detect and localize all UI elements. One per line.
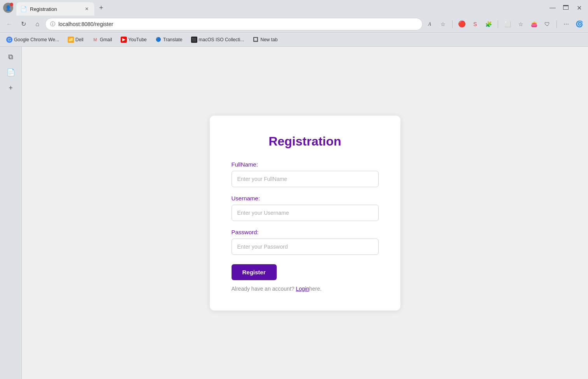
tabs-row: 📄 Registration ✕ +	[16, 0, 547, 16]
info-icon: ⓘ	[50, 21, 55, 28]
extensions-icon[interactable]: 🔴	[456, 19, 467, 30]
toolbar-divider-3	[556, 20, 557, 28]
puzzle-icon[interactable]: 🧩	[483, 19, 494, 30]
macos-icon: ⬛	[191, 37, 197, 43]
sidebar-add-button[interactable]: +	[4, 81, 18, 95]
favorites-collections-icon[interactable]: ☆	[515, 19, 526, 30]
translate-icon: 🔵	[155, 37, 161, 43]
address-bar-container: ⓘ	[45, 18, 423, 30]
bookmark-label: Gmail	[100, 37, 112, 42]
maximize-button[interactable]: 🗖	[560, 4, 572, 12]
toolbar-right: 𝐴 ☆ 🔴 S 🧩 ⬜ ☆ 👛 🛡 ⋯ 🌀	[424, 19, 585, 30]
new-tab-button[interactable]: +	[96, 2, 107, 13]
username-input[interactable]	[232, 205, 379, 221]
fullname-input[interactable]	[232, 171, 379, 187]
password-group: Password:	[232, 229, 379, 255]
menu-button[interactable]: ⋯	[561, 19, 572, 30]
notification-dot	[10, 3, 13, 6]
bookmark-youtube[interactable]: ▶ YouTube	[118, 35, 150, 44]
bookmark-label: YouTube	[128, 37, 147, 42]
title-bar: 👤 📄 Registration ✕ + — 🗖 ✕	[0, 0, 588, 16]
fullname-label: FullName:	[232, 161, 379, 168]
register-button[interactable]: Register	[232, 264, 277, 280]
new-tab-icon: 🔲	[253, 37, 259, 43]
login-suffix: here.	[309, 286, 322, 292]
sidebar: ⧉ 📄 +	[0, 47, 22, 379]
profile-avatar[interactable]: 👤	[3, 3, 13, 13]
back-button[interactable]: ←	[3, 18, 16, 30]
sidebar-tabs-button[interactable]: ⧉	[4, 50, 18, 64]
main-content: Registration FullName: Username: Passwor…	[22, 47, 588, 379]
split-screen-icon[interactable]: ⬜	[502, 19, 513, 30]
favorites-icon[interactable]: ☆	[437, 19, 448, 30]
youtube-icon: ▶	[121, 37, 127, 43]
fullname-group: FullName:	[232, 161, 379, 187]
bookmark-label: Google Chrome We...	[14, 37, 59, 42]
tab-doc-icon: 📄	[20, 6, 27, 12]
registration-title: Registration	[232, 134, 379, 149]
bookmark-label: macOS ISO Collecti...	[199, 37, 244, 42]
login-link[interactable]: Login	[296, 286, 309, 292]
refresh-button[interactable]: ↻	[17, 18, 30, 30]
shield-icon[interactable]: 🛡	[542, 19, 553, 30]
bookmark-google-chrome[interactable]: G Google Chrome We...	[3, 35, 62, 44]
registration-card: Registration FullName: Username: Passwor…	[210, 116, 400, 311]
window-controls: — 🗖 ✕	[547, 4, 585, 12]
username-label: Username:	[232, 195, 379, 202]
gmail-icon: M	[92, 37, 98, 43]
bookmark-dell[interactable]: 📁 Dell	[65, 35, 87, 44]
address-input[interactable]	[58, 21, 418, 27]
password-input[interactable]	[232, 239, 379, 255]
close-button[interactable]: ✕	[573, 4, 585, 12]
sidebar-document-button[interactable]: 📄	[4, 65, 18, 79]
edge-icon[interactable]: 🌀	[574, 19, 585, 30]
toolbar-divider-1	[452, 20, 453, 28]
dell-icon: 📁	[68, 37, 74, 43]
bookmark-label: Translate	[163, 37, 183, 42]
password-label: Password:	[232, 229, 379, 235]
toolbar-divider-2	[498, 20, 498, 28]
browser-window: 👤 📄 Registration ✕ + — 🗖 ✕ ← ↻ ⌂ ⓘ 𝐴 ☆	[0, 0, 588, 379]
browser-body: ⧉ 📄 + Registration FullName: Username: P…	[0, 47, 588, 379]
reader-mode-icon[interactable]: 𝐴	[424, 19, 435, 30]
bookmark-label: Dell	[75, 37, 84, 42]
bookmark-new-tab[interactable]: 🔲 New tab	[249, 35, 281, 44]
bookmarks-bar: G Google Chrome We... 📁 Dell M Gmail ▶ Y…	[0, 33, 588, 47]
bookmark-gmail[interactable]: M Gmail	[89, 35, 115, 44]
grammarly-icon[interactable]: S	[470, 19, 481, 30]
tab-title: Registration	[30, 6, 57, 12]
bookmark-translate[interactable]: 🔵 Translate	[152, 35, 186, 44]
toolbar: ← ↻ ⌂ ⓘ 𝐴 ☆ 🔴 S 🧩 ⬜ ☆ 👛 🛡 ⋯ 🌀	[0, 16, 588, 33]
home-button[interactable]: ⌂	[31, 18, 44, 30]
active-tab[interactable]: 📄 Registration ✕	[16, 2, 94, 16]
google-icon: G	[6, 37, 12, 43]
login-prompt-label: Already have an account?	[232, 286, 296, 292]
username-group: Username:	[232, 195, 379, 221]
bookmark-label: New tab	[260, 37, 277, 42]
wallet-icon[interactable]: 👛	[528, 19, 539, 30]
login-prompt-text: Already have an account? Loginhere.	[232, 286, 379, 292]
tab-close-icon[interactable]: ✕	[85, 6, 89, 12]
minimize-button[interactable]: —	[547, 4, 558, 12]
bookmark-macos-iso[interactable]: ⬛ macOS ISO Collecti...	[188, 35, 247, 44]
